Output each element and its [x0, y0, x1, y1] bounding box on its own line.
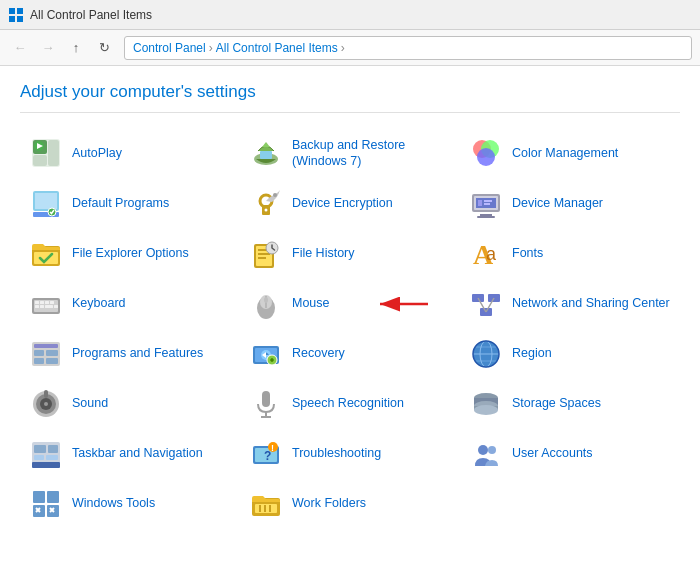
svg-rect-16: [35, 193, 57, 209]
fonts-icon: A a: [470, 238, 502, 270]
taskbar-navigation-icon: [30, 438, 62, 470]
speech-recognition-label: Speech Recognition: [292, 395, 404, 411]
color-management-label: Color Management: [512, 145, 618, 161]
item-autoplay[interactable]: AutoPlay: [20, 129, 240, 178]
svg-point-102: [478, 445, 488, 455]
address-bar[interactable]: Control Panel › All Control Panel Items …: [124, 36, 692, 60]
autoplay-icon: [30, 137, 62, 169]
svg-point-21: [265, 208, 268, 211]
taskbar-navigation-label: Taskbar and Navigation: [72, 445, 203, 461]
storage-spaces-icon: [470, 388, 502, 420]
up-button[interactable]: ↑: [64, 36, 88, 60]
nav-bar: ← → ↑ ↻ Control Panel › All Control Pane…: [0, 30, 700, 66]
svg-rect-62: [34, 344, 58, 348]
svg-rect-37: [258, 257, 266, 259]
item-device-manager[interactable]: Device Manager: [460, 180, 680, 228]
svg-rect-36: [258, 253, 270, 255]
item-taskbar-navigation[interactable]: Taskbar and Navigation: [20, 430, 240, 478]
windows-tools-label: Windows Tools: [72, 495, 155, 511]
item-work-folders[interactable]: Work Folders: [240, 480, 460, 528]
window-icon: [8, 7, 24, 23]
svg-rect-49: [45, 305, 53, 308]
svg-rect-93: [34, 445, 46, 453]
svg-point-22: [273, 193, 277, 197]
svg-rect-0: [9, 8, 15, 14]
item-fonts[interactable]: A a Fonts: [460, 230, 680, 278]
user-accounts-label: User Accounts: [512, 445, 593, 461]
breadcrumb-sep-2: ›: [341, 41, 345, 55]
svg-rect-64: [46, 350, 58, 356]
svg-rect-43: [35, 301, 39, 304]
region-label: Region: [512, 345, 552, 361]
items-grid: AutoPlay Backup and Restore (Windows 7): [20, 129, 680, 528]
sound-label: Sound: [72, 395, 108, 411]
color-management-icon: [470, 137, 502, 169]
troubleshooting-icon: ? !: [250, 438, 282, 470]
item-default-programs[interactable]: Default Programs: [20, 180, 240, 228]
device-manager-label: Device Manager: [512, 195, 603, 211]
back-button[interactable]: ←: [8, 36, 32, 60]
mouse-arrow-annotation: [370, 289, 430, 319]
item-mouse[interactable]: Mouse: [240, 280, 460, 328]
svg-rect-48: [40, 305, 44, 308]
mouse-icon: [250, 288, 282, 320]
file-history-label: File History: [292, 245, 355, 261]
main-content: Adjust your computer's settings AutoPlay: [0, 66, 700, 570]
work-folders-icon: [250, 488, 282, 520]
item-region[interactable]: Region: [460, 330, 680, 378]
title-bar: All Control Panel Items: [0, 0, 700, 30]
page-heading: Adjust your computer's settings: [20, 82, 680, 113]
troubleshooting-label: Troubleshooting: [292, 445, 381, 461]
programs-features-label: Programs and Features: [72, 345, 203, 361]
svg-rect-28: [478, 200, 482, 206]
backup-restore-icon: [250, 137, 282, 169]
item-backup-restore[interactable]: Backup and Restore (Windows 7): [240, 129, 460, 178]
svg-rect-32: [34, 252, 58, 264]
svg-rect-65: [34, 358, 44, 364]
network-sharing-icon: [470, 288, 502, 320]
forward-button[interactable]: →: [36, 36, 60, 60]
svg-rect-30: [484, 203, 490, 205]
svg-point-103: [488, 446, 496, 454]
breadcrumb-all-items[interactable]: All Control Panel Items: [216, 41, 338, 55]
recovery-label: Recovery: [292, 345, 345, 361]
item-color-management[interactable]: Color Management: [460, 129, 680, 178]
svg-point-90: [474, 405, 498, 415]
svg-text:!: !: [271, 443, 274, 453]
item-windows-tools[interactable]: Windows Tools: [20, 480, 240, 528]
svg-text:a: a: [486, 244, 497, 264]
svg-rect-29: [484, 200, 492, 202]
svg-rect-63: [34, 350, 44, 356]
item-device-encryption[interactable]: Device Encryption: [240, 180, 460, 228]
item-user-accounts[interactable]: User Accounts: [460, 430, 680, 478]
storage-spaces-label: Storage Spaces: [512, 395, 601, 411]
fonts-label: Fonts: [512, 245, 543, 261]
svg-rect-1: [17, 8, 23, 14]
speech-recognition-icon: [250, 388, 282, 420]
breadcrumb-control-panel[interactable]: Control Panel: [133, 41, 206, 55]
mouse-label: Mouse: [292, 295, 330, 311]
default-programs-label: Default Programs: [72, 195, 169, 211]
backup-restore-label: Backup and Restore (Windows 7): [292, 137, 450, 170]
item-keyboard[interactable]: Keyboard: [20, 280, 240, 328]
svg-rect-8: [48, 140, 59, 166]
refresh-button[interactable]: ↻: [92, 36, 116, 60]
svg-rect-66: [46, 358, 58, 364]
item-network-sharing[interactable]: Network and Sharing Center: [460, 280, 680, 328]
file-explorer-options-label: File Explorer Options: [72, 245, 189, 261]
network-sharing-label: Network and Sharing Center: [512, 295, 670, 311]
svg-point-54: [264, 297, 268, 303]
svg-rect-96: [46, 455, 58, 460]
item-speech-recognition[interactable]: Speech Recognition: [240, 380, 460, 428]
item-recovery[interactable]: Recovery: [240, 330, 460, 378]
svg-rect-3: [17, 16, 23, 22]
item-storage-spaces[interactable]: Storage Spaces: [460, 380, 680, 428]
item-file-history[interactable]: File History: [240, 230, 460, 278]
default-programs-icon: [30, 188, 62, 220]
item-sound[interactable]: Sound: [20, 380, 240, 428]
item-troubleshooting[interactable]: ? ! Troubleshooting: [240, 430, 460, 478]
svg-rect-9: [33, 155, 47, 166]
item-programs-features[interactable]: Programs and Features: [20, 330, 240, 378]
device-encryption-label: Device Encryption: [292, 195, 393, 211]
item-file-explorer-options[interactable]: File Explorer Options: [20, 230, 240, 278]
